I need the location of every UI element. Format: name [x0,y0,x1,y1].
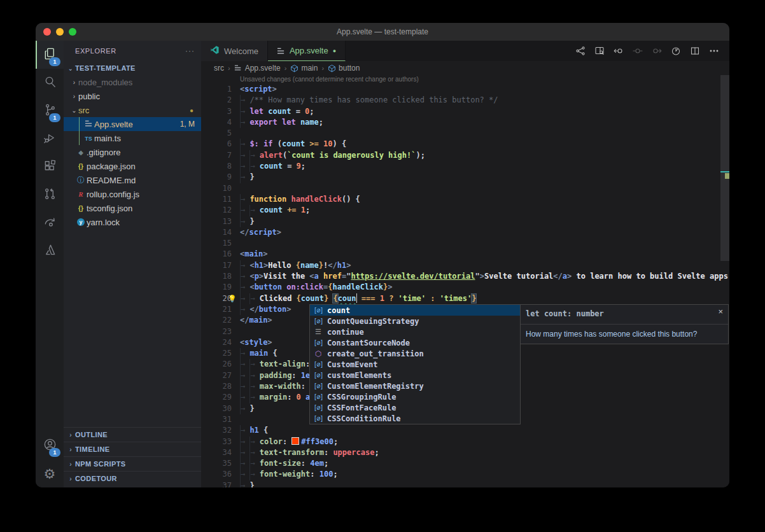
activity-extensions[interactable] [36,153,64,181]
activity-live-share[interactable] [36,209,64,237]
panel-npm-scripts[interactable]: ›NPM SCRIPTS [64,456,201,471]
code-line-5[interactable]: 5 [201,128,729,139]
code-line-13[interactable]: 13→} [201,216,729,227]
line-number: 17 [201,260,232,271]
suggest-item-ConstantSourceNode[interactable]: ConstantSourceNode [310,337,520,348]
code-line-8[interactable]: 8→→count = 9; [201,161,729,172]
panel-timeline[interactable]: ›TIMELINE [64,442,201,456]
navigate-back-icon[interactable] [611,43,626,59]
breadcrumb-src[interactable]: src [214,64,224,73]
settings-button[interactable]: ⚙ [36,459,64,487]
code-line-6[interactable]: 6→$: if (count >= 10) { [201,139,729,150]
code-line-10[interactable]: 10 [201,183,729,194]
zoom-window-button[interactable] [69,28,76,36]
code-line-1[interactable]: 1<script> [201,84,729,95]
line-number: 35 [201,458,232,469]
breadcrumb-app-svelte[interactable]: App.svelte [234,64,281,73]
suggest-item-CSSGroupingRule[interactable]: CSSGroupingRule [310,391,520,402]
suggest-item-customElements[interactable]: customElements [310,370,520,381]
tab-whitespace-arrow: → [249,205,259,216]
line-number: 34 [201,447,232,458]
open-changes-icon[interactable] [573,43,588,59]
code-line-14[interactable]: 14</script> [201,227,729,238]
more-actions-icon[interactable]: ··· [185,46,195,55]
code-line-9[interactable]: 9→} [201,172,729,183]
lightbulb-icon[interactable]: 💡 [228,294,237,304]
token: ; [333,470,337,479]
code-line-36[interactable]: 36→→font-weight: 100; [201,469,729,480]
code-line-32[interactable]: 32→h1 { [201,425,729,436]
editor-scrollbar[interactable] [720,75,729,261]
code-line-2[interactable]: 2→/** How many times has someone clicked… [201,95,729,106]
suggest-item-CSSConditionRule[interactable]: CSSConditionRule [310,413,520,424]
activity-explorer[interactable]: 1 [36,41,64,69]
code-line-4[interactable]: 4→export let name; [201,117,729,128]
code-line-7[interactable]: 7→→alert(`count is dangerously high!`); [201,150,729,161]
open-preview-icon[interactable] [592,43,607,59]
breadcrumb-button[interactable]: button [328,64,360,73]
title-bar[interactable]: App.svelte — test-template [36,23,729,41]
modified-dot-icon: ● [190,107,193,114]
code-line-15[interactable]: 15 [201,238,729,249]
code-line-34[interactable]: 34→→text-transform: uppercase; [201,447,729,458]
tree-item-readme-md[interactable]: ⓘREADME.md [64,173,201,187]
tree-item--gitignore[interactable]: ◆.gitignore [64,145,201,159]
activity-azure[interactable] [36,237,64,265]
close-icon[interactable]: × [718,307,723,316]
panel-outline[interactable]: ›OUTLINE [64,427,201,442]
tree-item-yarn-lock[interactable]: yyarn.lock [64,215,201,229]
breadcrumb-main[interactable]: main [290,64,318,73]
tab-whitespace-arrow: → [240,282,249,293]
code-line-17[interactable]: 17→<h1>Hello {name}!</h1> [201,260,729,271]
panel-codetour[interactable]: ›CODETOUR [64,471,201,486]
suggest-item-create_out_transition[interactable]: create_out_transition [310,348,520,359]
line-number: 23 [201,326,232,337]
suggest-item-continue[interactable]: continue [310,326,520,337]
code-line-12[interactable]: 12→→count += 1; [201,205,729,216]
accounts-button[interactable]: 1 [36,431,64,459]
navigate-current-icon[interactable] [630,43,645,59]
tree-item-main-ts[interactable]: TSmain.ts [64,131,201,145]
line-number: 30 [201,403,232,414]
code-line-37[interactable]: 37→} [201,480,729,487]
navigate-forward-icon[interactable] [649,43,664,59]
panel-timeline-label: TIMELINE [75,445,110,453]
activity-github-pr[interactable] [36,181,64,209]
code-line-16[interactable]: 16<main> [201,249,729,260]
close-window-button[interactable] [43,28,51,36]
code-line-11[interactable]: 11→function handleClick() { [201,194,729,205]
code-line-3[interactable]: 3→let count = 0; [201,106,729,117]
color-swatch[interactable] [291,437,299,445]
tree-item-tsconfig-json[interactable]: {}tsconfig.json [64,201,201,215]
activity-search[interactable] [36,69,64,97]
tab-whitespace-arrow: → [240,161,249,172]
code-editor[interactable]: Unsaved changes (cannot determine recent… [201,75,729,487]
tree-item-app-svelte[interactable]: App.svelte1, M [64,117,201,131]
more-actions-icon[interactable] [706,43,722,59]
activity-run-debug[interactable] [36,125,64,153]
minimize-window-button[interactable] [56,28,64,36]
tree-item-package-json[interactable]: {}package.json [64,159,201,173]
tree-item-rollup-config-js[interactable]: Rrollup.config.js [64,187,201,201]
tree-item-node-modules[interactable]: ›node_modules [64,75,201,89]
code-line-35[interactable]: 35→→font-size: 4em; [201,458,729,469]
suggest-item-CountQueuingStrategy[interactable]: CountQueuingStrategy [310,316,520,326]
codelens-unsaved-changes[interactable]: Unsaved changes (cannot determine recent… [201,75,729,84]
tab-app-svelte[interactable]: App.svelte ● [268,41,346,61]
suggest-item-count[interactable]: count [310,305,520,316]
activity-source-control[interactable]: 1 [36,97,64,125]
section-test-template[interactable]: ⌄ TEST-TEMPLATE [64,61,201,75]
split-editor-icon[interactable] [687,43,703,59]
tree-item-src[interactable]: ⌄src● [64,103,201,117]
timer-icon[interactable] [668,43,684,59]
code-line-33[interactable]: 33→→color: #ff3e00; [201,437,729,447]
tab-welcome[interactable]: Welcome [201,41,268,61]
suggest-item-CustomElementRegistry[interactable]: CustomElementRegistry [310,381,520,391]
code-line-19[interactable]: 19→<button on:click={handleClick}> [201,282,729,293]
tree-item-public[interactable]: ›public [64,89,201,103]
code-line-20[interactable]: 20💡→→Clicked {count} {coun === 1 ? 'time… [201,293,729,304]
tree-item-label: README.md [87,176,201,185]
code-line-18[interactable]: 18→<p>Visit the <a href="https://svelte.… [201,271,729,282]
suggest-item-CustomEvent[interactable]: CustomEvent [310,359,520,370]
suggest-item-CSSFontFaceRule[interactable]: CSSFontFaceRule [310,402,520,413]
